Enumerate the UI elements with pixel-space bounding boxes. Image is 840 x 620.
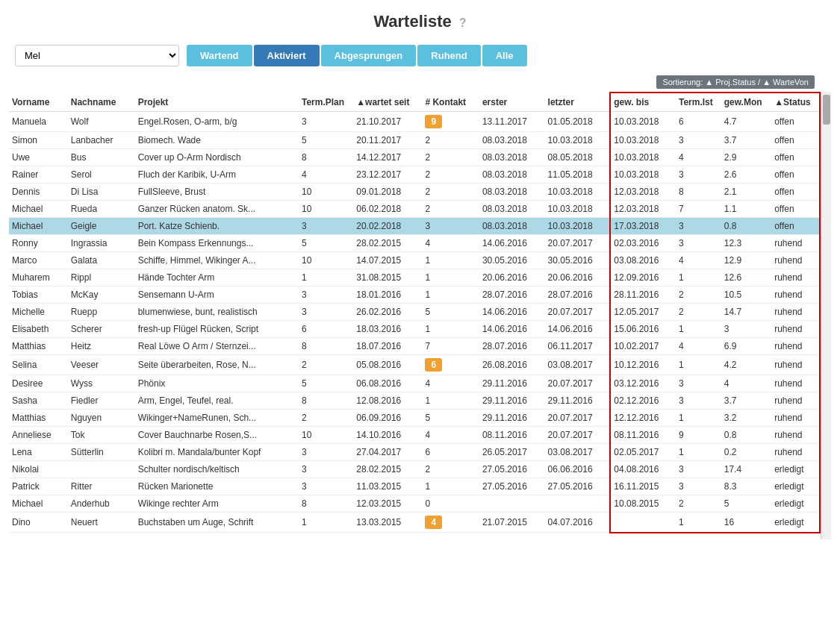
table-header-row: Vorname Nachname Projekt Term.Plan ▲wart…: [9, 93, 820, 112]
sort-label: Sortierung: ▲ Proj.Status / ▲ WarteVon: [656, 75, 815, 89]
page-title: Warteliste: [373, 12, 451, 31]
table-row[interactable]: MichaelAnderhubWikinge rechter Arm812.03…: [9, 495, 820, 513]
table-body: ManuelaWolfEngel.Rosen, O-arm, b/g321.10…: [9, 112, 820, 533]
table-row[interactable]: ManuelaWolfEngel.Rosen, O-arm, b/g321.10…: [9, 112, 820, 132]
main-table-area: Vorname Nachname Projekt Term.Plan ▲wart…: [9, 92, 821, 539]
col-header-kontakt[interactable]: # Kontakt: [422, 93, 479, 112]
table-row[interactable]: MatthiasHeitzReal Löwe O Arm / Sternzei.…: [9, 338, 820, 355]
col-header-gewbis[interactable]: gew. bis: [610, 93, 676, 112]
table-row[interactable]: SashaFiedlerArm, Engel, Teufel, real.812…: [9, 392, 820, 410]
table-row[interactable]: MatthiasNguyenWikinger+NameRunen, Sch...…: [9, 410, 820, 427]
col-header-termplan[interactable]: Term.Plan: [299, 93, 353, 112]
table-row[interactable]: ElisabethSchererfresh-up Flügel Rücken, …: [9, 321, 820, 338]
table-row[interactable]: RainerSerolFluch der Karibik, U-Arm423.1…: [9, 166, 820, 184]
col-header-wartet[interactable]: ▲wartet seit: [353, 93, 422, 112]
table-row[interactable]: LenaSütterlinKolibri m. Mandala/bunter K…: [9, 444, 820, 461]
col-header-status[interactable]: ▲Status: [771, 93, 820, 112]
col-header-termist[interactable]: Term.Ist: [676, 93, 721, 112]
col-header-gewmon[interactable]: gew.Mon: [721, 93, 771, 112]
col-header-nachname[interactable]: Nachname: [68, 93, 135, 112]
table-row[interactable]: SimonLanbacherBiomech. Wade520.11.201720…: [9, 132, 820, 149]
col-header-letzter[interactable]: letzter: [545, 93, 611, 112]
table-row[interactable]: TobiasMcKaySensemann U-Arm318.01.2016128…: [9, 286, 820, 304]
col-header-projekt[interactable]: Projekt: [135, 93, 299, 112]
col-header-erster[interactable]: erster: [479, 93, 545, 112]
col-header-vorname[interactable]: Vorname: [9, 93, 68, 112]
table-row[interactable]: DennisDi LisaFullSleeve, Brust1009.01.20…: [9, 184, 820, 201]
table-row[interactable]: MuharemRipplHände Tochter Arm131.08.2015…: [9, 269, 820, 286]
table-row[interactable]: MichaelGeiglePort. Katze Schienb.320.02.…: [9, 218, 820, 235]
table-container: Vorname Nachname Projekt Term.Plan ▲wart…: [0, 92, 840, 539]
table-row[interactable]: PatrickRitterRücken Marionette311.03.201…: [9, 478, 820, 495]
table-row[interactable]: NikolaiSchulter nordisch/keltisch328.02.…: [9, 461, 820, 478]
page-header: Warteliste ?: [0, 0, 840, 39]
scrollbar[interactable]: [821, 92, 831, 539]
table-row[interactable]: MarcoGalataSchiffe, Himmel, Wikinger A..…: [9, 252, 820, 269]
sort-bar: Sortierung: ▲ Proj.Status / ▲ WarteVon: [0, 72, 840, 92]
table-row[interactable]: UweBusCover up O-Arm Nordisch814.12.2017…: [9, 149, 820, 166]
table-row[interactable]: DinoNeuertBuchstaben um Auge, Schrift113…: [9, 513, 820, 533]
table-row[interactable]: MichaelRuedaGanzer Rücken anatom. Sk...1…: [9, 201, 820, 218]
table-row[interactable]: RonnyIngrassiaBein Kompass Erkennungs...…: [9, 235, 820, 252]
tab-ruhend[interactable]: Ruhend: [417, 45, 480, 66]
tab-abgesprungen[interactable]: Abgesprungen: [321, 45, 417, 66]
scroll-thumb[interactable]: [823, 95, 830, 125]
tab-group: Wartend Aktiviert Abgesprungen Ruhend Al…: [187, 45, 527, 66]
filter-select[interactable]: Mel: [15, 45, 179, 66]
table-row[interactable]: SelinaVeeserSeite überarbeiten, Rose, N.…: [9, 355, 820, 375]
tab-aktiviert[interactable]: Aktiviert: [254, 45, 320, 66]
tab-alle[interactable]: Alle: [482, 45, 527, 66]
table-row[interactable]: AnnelieseTokCover Bauchnarbe Rosen,S...1…: [9, 427, 820, 444]
table-row[interactable]: DesireeWyssPhönix506.08.2016429.11.20162…: [9, 375, 820, 392]
main-table: Vorname Nachname Projekt Term.Plan ▲wart…: [9, 92, 821, 533]
toolbar: Mel Wartend Aktiviert Abgesprungen Ruhen…: [0, 39, 840, 72]
help-icon[interactable]: ?: [459, 16, 467, 29]
table-row[interactable]: MichelleRueppblumenwiese, bunt, realisti…: [9, 304, 820, 321]
tab-wartend[interactable]: Wartend: [187, 45, 252, 66]
